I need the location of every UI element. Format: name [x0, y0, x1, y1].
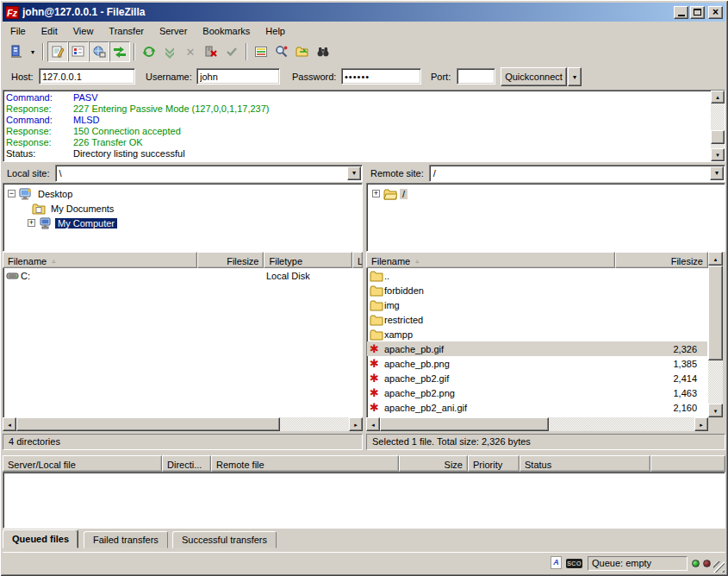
close-button[interactable]: ×: [708, 6, 723, 19]
file-row-c-drive[interactable]: C: Local Disk: [3, 268, 362, 283]
local-site-combo[interactable]: \ ▾: [55, 165, 363, 182]
column-header-size[interactable]: Size: [399, 455, 468, 472]
scrollbar-thumb[interactable]: [708, 266, 723, 360]
site-manager-button[interactable]: [6, 41, 27, 62]
tree-item-my-documents[interactable]: My Documents: [3, 201, 362, 216]
process-queue-button[interactable]: [159, 41, 180, 62]
menu-server[interactable]: Server: [152, 24, 195, 38]
log-scrollbar[interactable]: ▴ ▾: [711, 91, 725, 161]
scrollbar-thumb[interactable]: [380, 417, 549, 431]
scroll-down-button[interactable]: ▾: [708, 404, 723, 417]
file-row[interactable]: ✱ apache_pb2.gif 2,414: [367, 371, 707, 385]
scroll-right-button[interactable]: ▸: [694, 417, 708, 431]
column-header-filesize[interactable]: Filesize: [615, 252, 708, 268]
process-queue-icon: [163, 45, 177, 59]
remote-site-dropdown-button[interactable]: ▾: [710, 166, 724, 180]
toggle-remote-tree-button[interactable]: [89, 41, 109, 62]
expander-plus-icon[interactable]: +: [372, 190, 380, 197]
remote-list-vscrollbar[interactable]: ▴ ▾: [708, 252, 723, 417]
resize-grip[interactable]: [713, 561, 725, 573]
file-size: 1,385: [625, 359, 707, 369]
column-header-filename[interactable]: Filename ▵: [366, 252, 615, 268]
toggle-local-tree-button[interactable]: [68, 41, 89, 62]
file-row[interactable]: img: [367, 297, 707, 312]
menu-help[interactable]: Help: [258, 24, 293, 38]
column-header-priority[interactable]: Priority: [468, 455, 520, 472]
column-header-direction[interactable]: Directi...: [162, 455, 211, 472]
tree-item-desktop[interactable]: − Desktop: [3, 186, 362, 201]
username-input[interactable]: [196, 68, 280, 85]
cancel-operation-button[interactable]: ✕: [180, 41, 201, 62]
menu-bookmarks[interactable]: Bookmarks: [195, 24, 258, 38]
file-row-selected[interactable]: ✱ apache_pb.gif 2,326: [367, 341, 707, 356]
file-row[interactable]: forbidden: [367, 283, 707, 297]
scroll-right-button[interactable]: ▸: [349, 417, 363, 431]
filter-icon: [275, 45, 289, 59]
local-file-list[interactable]: C: Local Disk: [3, 268, 363, 417]
minimize-button[interactable]: [674, 6, 688, 19]
scroll-up-button[interactable]: ▴: [708, 252, 723, 266]
maximize-button[interactable]: [690, 6, 705, 19]
find-files-button[interactable]: [313, 41, 333, 62]
port-input[interactable]: [457, 68, 495, 85]
quickconnect-dropdown-button[interactable]: ▾: [568, 67, 582, 86]
directory-comparison-button[interactable]: [251, 41, 271, 62]
column-header-status[interactable]: Status: [520, 455, 650, 472]
host-input[interactable]: [39, 68, 135, 85]
scrollbar-thumb[interactable]: [711, 130, 725, 144]
column-header-filesize[interactable]: Filesize: [197, 252, 264, 268]
file-row[interactable]: restricted: [367, 312, 707, 327]
message-log[interactable]: Command:PASV Response:227 Entering Passi…: [3, 90, 725, 162]
scroll-left-button[interactable]: ◂: [366, 417, 380, 431]
column-header-server-local-file[interactable]: Server/Local file: [3, 455, 162, 472]
expander-plus-icon[interactable]: +: [28, 219, 35, 227]
folder-icon: [383, 188, 397, 200]
column-header-filetype[interactable]: Filetype: [264, 252, 352, 268]
remote-site-bar: Remote site: / ▾: [366, 164, 725, 183]
toggle-message-log-button[interactable]: [47, 41, 68, 62]
quickconnect-button[interactable]: Quickconnect: [501, 67, 567, 86]
local-list-hscrollbar[interactable]: ◂ ▸: [3, 417, 363, 431]
disconnect-button[interactable]: [201, 41, 221, 62]
file-row[interactable]: ✱ apache_pb2.png 1,463: [367, 385, 707, 400]
local-site-dropdown-button[interactable]: ▾: [347, 166, 361, 180]
toolbar-separator: [42, 43, 44, 60]
file-row[interactable]: ..: [367, 268, 707, 283]
column-header-remote-file[interactable]: Remote file: [211, 455, 399, 472]
password-input[interactable]: [341, 68, 421, 85]
queue-list[interactable]: [3, 472, 725, 529]
file-row[interactable]: ✱ apache_pb.png 1,385: [367, 356, 707, 371]
tab-failed-transfers[interactable]: Failed transfers: [84, 531, 168, 548]
menu-file[interactable]: File: [3, 24, 34, 38]
menu-transfer[interactable]: Transfer: [101, 24, 152, 38]
remote-file-list[interactable]: .. forbidden img restricted xampp ✱ apac…: [366, 268, 708, 417]
column-header-filename[interactable]: Filename ▵: [3, 252, 197, 268]
site-manager-dropdown-button[interactable]: ▾: [27, 41, 39, 62]
reconnect-button[interactable]: [221, 41, 242, 62]
remote-list-hscrollbar[interactable]: ◂ ▸: [366, 417, 708, 431]
tree-item-root[interactable]: + /: [367, 186, 725, 201]
scroll-down-button[interactable]: ▾: [711, 148, 725, 161]
remote-site-combo[interactable]: / ▾: [429, 165, 725, 182]
menu-view[interactable]: View: [65, 24, 102, 38]
tab-successful-transfers[interactable]: Successful transfers: [172, 531, 277, 548]
file-row[interactable]: ✱ apache_pb2_ani.gif 2,160: [367, 400, 707, 415]
expander-minus-icon[interactable]: −: [8, 190, 16, 197]
file-row[interactable]: xampp: [367, 327, 707, 341]
tab-queued-files[interactable]: Queued files: [3, 529, 78, 548]
refresh-button[interactable]: [139, 41, 159, 62]
tree-item-my-computer[interactable]: + My Computer: [3, 216, 362, 230]
menu-edit[interactable]: Edit: [34, 24, 65, 38]
toggle-transfer-queue-button[interactable]: [109, 41, 130, 62]
local-directory-tree[interactable]: − Desktop My Documents + My Computer: [3, 183, 363, 252]
scroll-left-button[interactable]: ◂: [3, 417, 16, 431]
titlebar[interactable]: Fz john@127.0.0.1 - FileZilla ×: [3, 3, 725, 22]
scrollbar-thumb[interactable]: [16, 417, 280, 431]
file-name: ..: [384, 271, 625, 281]
refresh-icon: [142, 45, 156, 59]
column-header-lastmodified[interactable]: L: [352, 252, 363, 268]
filter-button[interactable]: [271, 41, 292, 62]
remote-directory-tree[interactable]: + /: [366, 183, 725, 252]
scroll-up-button[interactable]: ▴: [711, 91, 725, 103]
synchronized-browsing-button[interactable]: [292, 41, 313, 62]
